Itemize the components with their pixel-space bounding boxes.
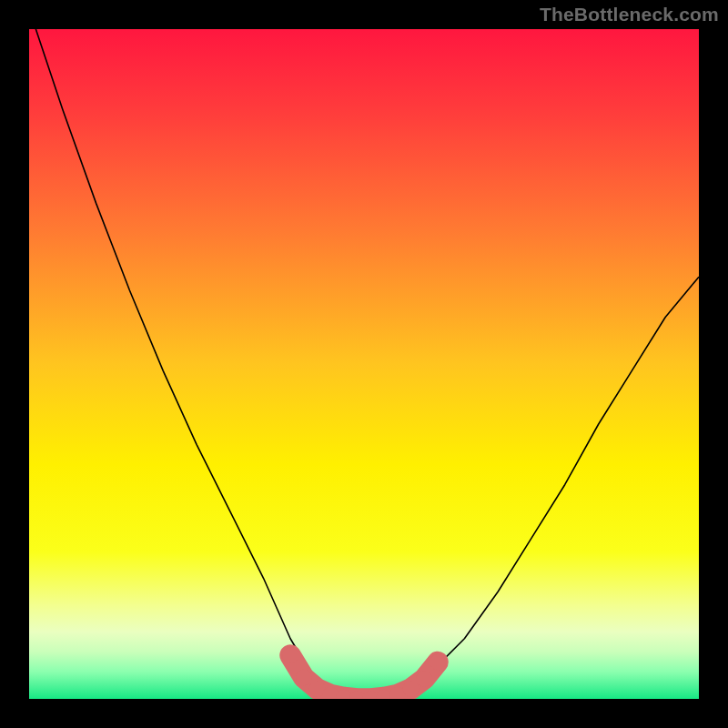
- plot-area: [29, 29, 699, 699]
- valley-marker: [282, 647, 298, 663]
- watermark: TheBottleneck.com: [540, 4, 719, 25]
- chart-frame: TheBottleneck.com: [0, 0, 728, 728]
- bottleneck-curve: [29, 29, 699, 699]
- curve-path: [29, 29, 699, 699]
- valley-marker: [416, 671, 432, 687]
- valley-markers: [282, 647, 446, 699]
- valley-marker: [403, 681, 420, 697]
- valley-marker: [430, 654, 446, 671]
- valley-marker: [296, 670, 312, 686]
